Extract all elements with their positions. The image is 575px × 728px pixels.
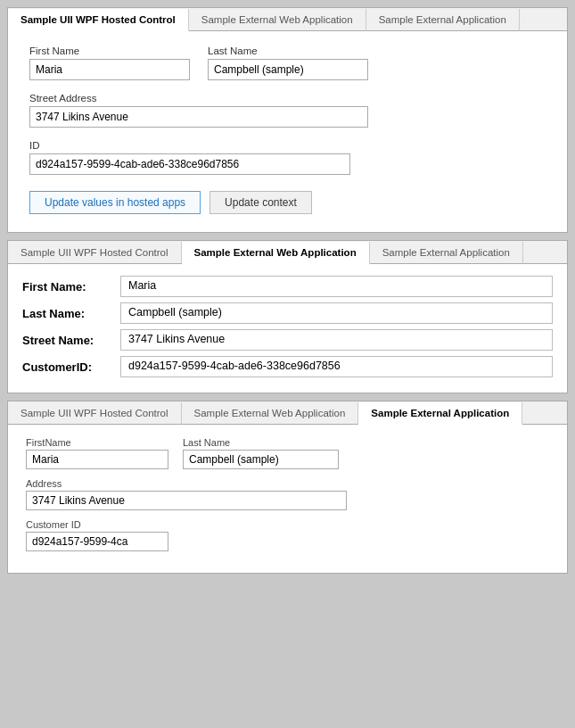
last-name-input[interactable] [208,59,368,80]
panel-1-content: First Name Last Name Street Address ID U… [8,31,567,232]
id-field: ID [29,140,350,175]
name-fields-group: First Name Last Name [29,46,546,80]
web-firstname-value: Maria [120,276,553,297]
id-input[interactable] [29,153,350,175]
id-group: ID [29,140,546,175]
street-address-input[interactable] [29,106,368,128]
street-address-field: Street Address [29,93,368,128]
web-lastname-value: Campbell (sample) [120,302,553,324]
tab-3-wpf[interactable]: Sample UII WPF Hosted Control [8,402,182,425]
web-customerid-value: d924a157-9599-4cab-ade6-338ce96d7856 [120,356,553,377]
p3-customerid-label: Customer ID [26,519,168,530]
first-name-input[interactable] [29,59,190,80]
update-context-button[interactable]: Update context [209,191,312,214]
p3-firstname-label: FirstName [26,437,168,448]
first-name-label: First Name [29,46,190,56]
p3-firstname-input[interactable] [26,450,168,469]
id-label: ID [29,140,350,151]
street-address-label: Street Address [29,93,368,103]
tab-2-ext[interactable]: Sample External Application [370,242,523,264]
web-lastname-label: Last Name: [22,307,120,320]
street-group: Street Address [29,93,546,128]
first-name-field: First Name [29,46,190,80]
web-row-street: Street Name: 3747 Likins Avenue [22,328,553,352]
tab-3-ext[interactable]: Sample External Application [358,402,522,425]
p3-address-input[interactable] [26,491,347,510]
p3-address-group: Address [26,478,549,510]
tab-2-wpf[interactable]: Sample UII WPF Hosted Control [8,242,182,264]
tab-1-wpf[interactable]: Sample UII WPF Hosted Control [8,9,189,31]
p3-customerid-field: Customer ID [26,519,168,551]
tab-bar-3: Sample UII WPF Hosted Control Sample Ext… [8,401,567,425]
tab-2-web[interactable]: Sample External Web Application [182,242,370,264]
tab-1-ext[interactable]: Sample External Application [366,9,520,31]
tab-1-web[interactable]: Sample External Web Application [189,9,366,31]
button-row-1: Update values in hosted apps Update cont… [29,191,546,214]
p3-address-label: Address [26,478,347,489]
panel-2-content: First Name: Maria Last Name: Campbell (s… [8,264,567,393]
web-row-lastname: Last Name: Campbell (sample) [22,302,553,325]
web-street-value: 3747 Likins Avenue [120,329,553,351]
p3-customerid-group: Customer ID [26,519,549,551]
p3-name-group: FirstName Last Name [26,437,549,469]
panel-1: Sample UII WPF Hosted Control Sample Ext… [7,7,568,233]
panel-2: Sample UII WPF Hosted Control Sample Ext… [7,240,568,393]
panel-3: Sample UII WPF Hosted Control Sample Ext… [7,401,568,574]
tab-3-web[interactable]: Sample External Web Application [182,402,359,425]
web-customerid-label: CustomerID: [22,360,120,374]
p3-address-field: Address [26,478,347,510]
p3-lastname-field: Last Name [183,437,339,469]
tab-bar-1: Sample UII WPF Hosted Control Sample Ext… [8,8,567,31]
web-street-label: Street Name: [22,334,120,347]
tab-bar-2: Sample UII WPF Hosted Control Sample Ext… [8,241,567,264]
p3-lastname-label: Last Name [183,437,339,448]
update-hosted-button[interactable]: Update values in hosted apps [29,191,201,214]
p3-lastname-input[interactable] [183,450,339,469]
web-row-firstname: First Name: Maria [22,275,553,298]
last-name-field: Last Name [208,46,368,80]
last-name-label: Last Name [208,46,368,56]
web-firstname-label: First Name: [22,280,120,294]
web-row-customerid: CustomerID: d924a157-9599-4cab-ade6-338c… [22,355,553,378]
p3-customerid-input[interactable] [26,532,168,551]
p3-firstname-field: FirstName [26,437,168,469]
panel-3-content: FirstName Last Name Address Customer ID [8,425,567,573]
